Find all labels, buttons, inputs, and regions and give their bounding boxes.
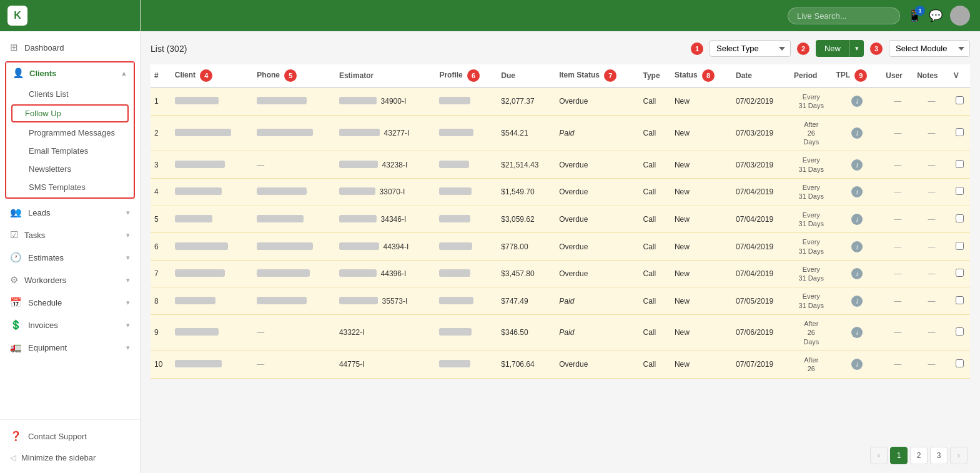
cell-tpl[interactable]: i bbox=[833, 151, 883, 179]
cell-type: Call bbox=[639, 179, 670, 206]
cell-tpl[interactable]: i bbox=[833, 115, 883, 151]
info-icon[interactable]: i bbox=[851, 241, 863, 252]
sidebar-item-invoices[interactable]: 💲 Invoices ▾ bbox=[0, 314, 140, 336]
cell-v[interactable] bbox=[950, 287, 970, 315]
info-icon[interactable]: i bbox=[851, 214, 863, 225]
sidebar-item-email-templates[interactable]: Email Templates bbox=[6, 142, 134, 160]
sidebar-item-leads[interactable]: 👥 Leads ▾ bbox=[0, 201, 140, 224]
select-module-dropdown[interactable]: Select Module bbox=[889, 40, 970, 57]
pagination-prev[interactable]: ‹ bbox=[870, 447, 888, 464]
info-icon[interactable]: i bbox=[851, 186, 863, 197]
sidebar-item-estimates[interactable]: 🕐 Estimates ▾ bbox=[0, 246, 140, 269]
info-icon[interactable]: i bbox=[851, 159, 863, 171]
info-icon[interactable]: i bbox=[851, 96, 863, 107]
cell-tpl[interactable]: i bbox=[833, 233, 883, 261]
cell-v[interactable] bbox=[950, 87, 970, 115]
cell-tpl[interactable]: i bbox=[833, 260, 883, 287]
sidebar-item-workorders[interactable]: ⚙ Workorders ▾ bbox=[0, 269, 140, 291]
sidebar-item-schedule[interactable]: 📅 Schedule ▾ bbox=[0, 291, 140, 314]
row-checkbox[interactable] bbox=[956, 242, 964, 250]
sidebar-item-equipment[interactable]: 🚛 Equipment ▾ bbox=[0, 336, 140, 359]
sidebar-item-tasks[interactable]: ☑ Tasks ▾ bbox=[0, 224, 140, 246]
cell-profile bbox=[435, 315, 497, 351]
contact-support-item[interactable]: ❓ Contact Support bbox=[0, 425, 140, 447]
row-checkbox[interactable] bbox=[956, 359, 964, 367]
cell-num: 3 bbox=[151, 151, 171, 179]
info-icon[interactable]: i bbox=[851, 327, 863, 338]
sidebar-item-programmed-messages[interactable]: Programmed Messages bbox=[6, 124, 134, 142]
cell-v[interactable] bbox=[950, 206, 970, 233]
cell-tpl[interactable]: i bbox=[833, 87, 883, 115]
sidebar-item-clients[interactable]: 👤 Clients ▲ bbox=[6, 62, 134, 84]
new-button-arrow[interactable]: ▾ bbox=[849, 40, 864, 57]
cell-item-status: Paid bbox=[555, 315, 639, 351]
row-checkbox[interactable] bbox=[956, 187, 964, 195]
cell-profile bbox=[435, 151, 497, 179]
sidebar-item-sms-templates[interactable]: SMS Templates bbox=[6, 178, 134, 196]
cell-tpl[interactable]: i bbox=[833, 287, 883, 315]
cell-notes: — bbox=[913, 115, 950, 151]
cell-user: — bbox=[882, 115, 913, 151]
row-checkbox[interactable] bbox=[956, 96, 964, 104]
contact-support-label: Contact Support bbox=[28, 432, 87, 441]
pagination-page-3[interactable]: 3 bbox=[930, 447, 948, 464]
chevron-down-icon: ▾ bbox=[126, 276, 130, 284]
row-checkbox[interactable] bbox=[956, 160, 964, 168]
info-icon[interactable]: i bbox=[851, 268, 863, 279]
row-checkbox[interactable] bbox=[956, 128, 964, 136]
cell-v[interactable] bbox=[950, 233, 970, 261]
pagination-page-2[interactable]: 2 bbox=[910, 447, 928, 464]
sidebar-item-newsletters[interactable]: Newsletters bbox=[6, 160, 134, 178]
equipment-icon: 🚛 bbox=[10, 342, 22, 353]
cell-status: New bbox=[671, 351, 732, 378]
sidebar-item-clients-list[interactable]: Clients List bbox=[6, 85, 134, 103]
pagination-page-1[interactable]: 1 bbox=[890, 447, 908, 464]
avatar[interactable] bbox=[950, 6, 970, 26]
sidebar-item-follow-up[interactable]: Follow Up bbox=[11, 104, 129, 122]
schedule-icon: 📅 bbox=[10, 297, 22, 308]
pagination-next[interactable]: › bbox=[950, 447, 968, 464]
cell-user: — bbox=[882, 179, 913, 206]
search-input[interactable] bbox=[788, 7, 900, 24]
cell-v[interactable] bbox=[950, 315, 970, 351]
cell-client bbox=[171, 179, 254, 206]
cell-tpl[interactable]: i bbox=[833, 206, 883, 233]
info-icon[interactable]: i bbox=[851, 359, 863, 370]
cell-user: — bbox=[882, 315, 913, 351]
table-row: 8 35573-I $747.49 Paid Call New 07/05/20… bbox=[151, 287, 970, 315]
cell-tpl[interactable]: i bbox=[833, 351, 883, 378]
cell-estimator: 33070-I bbox=[335, 179, 435, 206]
select-type-dropdown[interactable]: Select Type bbox=[710, 40, 791, 57]
cell-v[interactable] bbox=[950, 351, 970, 378]
row-checkbox[interactable] bbox=[956, 327, 964, 336]
cell-v[interactable] bbox=[950, 179, 970, 206]
cell-tpl[interactable]: i bbox=[833, 315, 883, 351]
chevron-down-icon: ▾ bbox=[126, 344, 130, 352]
minimize-sidebar-item[interactable]: ◁ Minimize the sidebar bbox=[0, 447, 140, 468]
cell-client bbox=[171, 206, 254, 233]
messages-icon[interactable]: 💬 bbox=[929, 9, 943, 22]
cell-date: 07/06/2019 bbox=[732, 315, 790, 351]
col-type: Type bbox=[639, 64, 670, 87]
new-button[interactable]: New bbox=[816, 40, 849, 57]
notifications-icon[interactable]: 📱 1 bbox=[908, 9, 921, 22]
cell-period: After26Days bbox=[790, 315, 833, 351]
sidebar: K ⊞ Dashboard 👤 Clients ▲ Clients List F… bbox=[0, 0, 141, 473]
cell-date: 07/04/2019 bbox=[732, 260, 790, 287]
cell-notes: — bbox=[913, 206, 950, 233]
table-row: 4 33070-I $1,549.70 Overdue Call New 07/… bbox=[151, 179, 970, 206]
col-phone: Phone 5 bbox=[253, 64, 335, 87]
row-checkbox[interactable] bbox=[956, 269, 964, 277]
sidebar-item-dashboard[interactable]: ⊞ Dashboard bbox=[0, 36, 140, 59]
cell-v[interactable] bbox=[950, 115, 970, 151]
cell-status: New bbox=[671, 287, 732, 315]
cell-phone: — bbox=[253, 151, 335, 179]
info-icon[interactable]: i bbox=[851, 127, 863, 139]
row-checkbox[interactable] bbox=[956, 296, 964, 304]
info-icon[interactable]: i bbox=[851, 296, 863, 307]
cell-tpl[interactable]: i bbox=[833, 179, 883, 206]
row-checkbox[interactable] bbox=[956, 214, 964, 222]
cell-v[interactable] bbox=[950, 151, 970, 179]
col-user: User bbox=[882, 64, 913, 87]
cell-v[interactable] bbox=[950, 260, 970, 287]
